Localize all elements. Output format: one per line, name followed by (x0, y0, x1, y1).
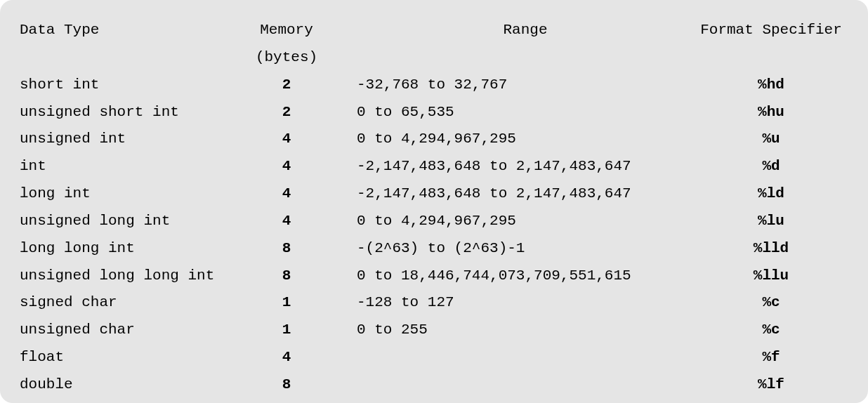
cell-memory: 8 (230, 263, 343, 290)
table-row: int 4 -2,147,483,648 to 2,147,483,647 %d (20, 153, 848, 180)
cell-memory: 12 (230, 399, 343, 403)
cell-data-type: signed char (20, 289, 230, 317)
cell-data-type: unsigned char (20, 317, 230, 344)
header-range: Range (343, 17, 694, 44)
table-row: double 8 %lf (20, 371, 848, 399)
cell-range: -128 to 127 (343, 289, 694, 317)
cell-memory: 8 (230, 371, 343, 399)
cell-memory: 4 (230, 344, 343, 371)
cell-format: %lf (694, 371, 848, 399)
cell-data-type: unsigned int (20, 126, 230, 153)
table-row: signed char 1 -128 to 127 %c (20, 289, 848, 317)
cell-data-type: double (20, 371, 230, 399)
cell-range: -2,147,483,648 to 2,147,483,647 (343, 153, 694, 180)
cell-range: -32,768 to 32,767 (343, 72, 694, 99)
table-row: unsigned long int 4 0 to 4,294,967,295 %… (20, 208, 848, 235)
table-row: unsigned short int 2 0 to 65,535 %hu (20, 99, 848, 126)
header-memory: Memory (bytes) (230, 17, 343, 72)
cell-format: %hu (694, 99, 848, 126)
header-data-type: Data Type (20, 17, 230, 44)
cell-range: 0 to 65,535 (343, 99, 694, 126)
cell-range: 0 to 18,446,744,073,709,551,615 (343, 263, 694, 290)
cell-memory: 1 (230, 289, 343, 317)
table-row: long long int 8 -(2^63) to (2^63)-1 %lld (20, 235, 848, 263)
cell-data-type: long double (20, 399, 230, 403)
cell-format: %u (694, 126, 848, 153)
cell-range: 0 to 255 (343, 317, 694, 344)
cell-format: %lu (694, 208, 848, 235)
header-format-specifier: Format Specifier (694, 17, 848, 44)
cell-memory: 8 (230, 235, 343, 263)
cell-memory: 2 (230, 99, 343, 126)
cell-data-type: float (20, 344, 230, 371)
cell-data-type: unsigned long int (20, 208, 230, 235)
cell-range: 0 to 4,294,967,295 (343, 208, 694, 235)
cell-format: %f (694, 344, 848, 371)
table-row: long double 12 %Lf (20, 399, 848, 403)
table-row: short int 2 -32,768 to 32,767 %hd (20, 72, 848, 99)
cell-range: -2,147,483,648 to 2,147,483,647 (343, 180, 694, 208)
cell-format: %hd (694, 72, 848, 99)
cell-format: %llu (694, 263, 848, 290)
table-row: long int 4 -2,147,483,648 to 2,147,483,6… (20, 180, 848, 208)
table-row: float 4 %f (20, 344, 848, 371)
data-types-table: Data Type Memory (bytes) Range Format Sp… (0, 0, 868, 403)
table-row: unsigned char 1 0 to 255 %c (20, 317, 848, 344)
cell-memory: 4 (230, 153, 343, 180)
cell-data-type: unsigned short int (20, 99, 230, 126)
cell-format: %lld (694, 235, 848, 263)
cell-format: %c (694, 317, 848, 344)
cell-data-type: long long int (20, 235, 230, 263)
table-row: unsigned int 4 0 to 4,294,967,295 %u (20, 126, 848, 153)
cell-format: %d (694, 153, 848, 180)
cell-data-type: short int (20, 72, 230, 99)
cell-memory: 1 (230, 317, 343, 344)
cell-data-type: unsigned long long int (20, 263, 230, 290)
cell-memory: 4 (230, 126, 343, 153)
cell-format: %Lf (694, 399, 848, 403)
cell-memory: 4 (230, 208, 343, 235)
cell-range: 0 to 4,294,967,295 (343, 126, 694, 153)
table-row: unsigned long long int 8 0 to 18,446,744… (20, 263, 848, 290)
cell-range: -(2^63) to (2^63)-1 (343, 235, 694, 263)
table-header-row: Data Type Memory (bytes) Range Format Sp… (20, 17, 848, 72)
cell-data-type: int (20, 153, 230, 180)
cell-memory: 4 (230, 180, 343, 208)
cell-memory: 2 (230, 72, 343, 99)
cell-data-type: long int (20, 180, 230, 208)
cell-format: %ld (694, 180, 848, 208)
cell-format: %c (694, 289, 848, 317)
